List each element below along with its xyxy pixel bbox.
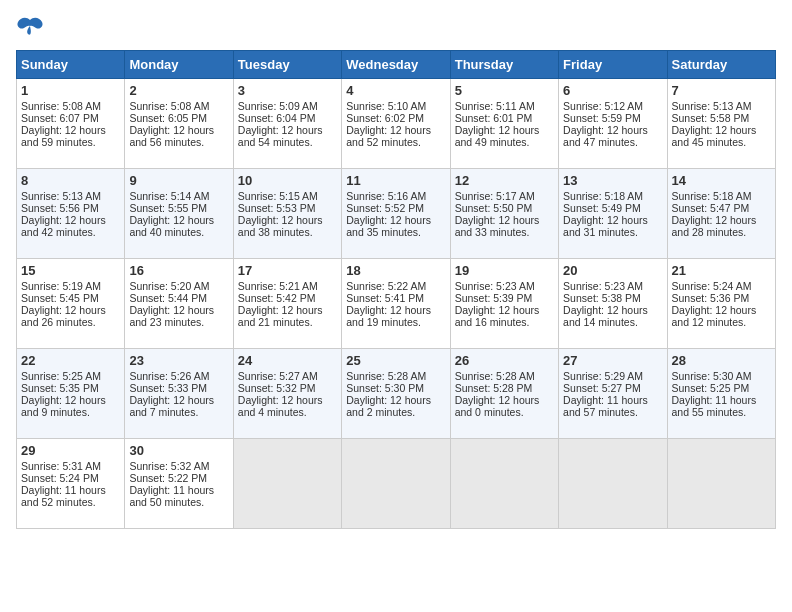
- cell-text: Sunrise: 5:15 AM: [238, 190, 337, 202]
- cell-text: Sunrise: 5:25 AM: [21, 370, 120, 382]
- calendar-cell: 12Sunrise: 5:17 AMSunset: 5:50 PMDayligh…: [450, 169, 558, 259]
- day-number: 1: [21, 83, 120, 98]
- cell-text: Sunset: 5:22 PM: [129, 472, 228, 484]
- cell-text: Sunset: 5:42 PM: [238, 292, 337, 304]
- day-number: 18: [346, 263, 445, 278]
- calendar-cell: 19Sunrise: 5:23 AMSunset: 5:39 PMDayligh…: [450, 259, 558, 349]
- day-number: 30: [129, 443, 228, 458]
- cell-text: Sunrise: 5:30 AM: [672, 370, 771, 382]
- cell-text: Daylight: 11 hours: [129, 484, 228, 496]
- cell-text: Sunset: 5:56 PM: [21, 202, 120, 214]
- cell-text: Sunrise: 5:08 AM: [21, 100, 120, 112]
- day-number: 16: [129, 263, 228, 278]
- cell-text: Daylight: 12 hours: [21, 304, 120, 316]
- cell-text: Sunset: 5:28 PM: [455, 382, 554, 394]
- cell-text: Sunrise: 5:12 AM: [563, 100, 662, 112]
- cell-text: Daylight: 12 hours: [672, 304, 771, 316]
- cell-text: Sunset: 5:35 PM: [21, 382, 120, 394]
- cell-text: Sunset: 5:55 PM: [129, 202, 228, 214]
- cell-text: Sunrise: 5:09 AM: [238, 100, 337, 112]
- cell-text: Sunrise: 5:17 AM: [455, 190, 554, 202]
- day-number: 11: [346, 173, 445, 188]
- day-number: 17: [238, 263, 337, 278]
- cell-text: Sunrise: 5:20 AM: [129, 280, 228, 292]
- weekday-header-sunday: Sunday: [17, 51, 125, 79]
- weekday-header-saturday: Saturday: [667, 51, 775, 79]
- day-number: 26: [455, 353, 554, 368]
- calendar-cell: 20Sunrise: 5:23 AMSunset: 5:38 PMDayligh…: [559, 259, 667, 349]
- cell-text: Sunset: 5:50 PM: [455, 202, 554, 214]
- cell-text: Daylight: 12 hours: [129, 124, 228, 136]
- calendar-cell: 9Sunrise: 5:14 AMSunset: 5:55 PMDaylight…: [125, 169, 233, 259]
- header: [16, 16, 776, 38]
- cell-text: Sunrise: 5:27 AM: [238, 370, 337, 382]
- cell-text: Daylight: 12 hours: [346, 304, 445, 316]
- cell-text: Sunset: 5:38 PM: [563, 292, 662, 304]
- cell-text: Sunset: 5:33 PM: [129, 382, 228, 394]
- day-number: 27: [563, 353, 662, 368]
- cell-text: and 12 minutes.: [672, 316, 771, 328]
- cell-text: and 38 minutes.: [238, 226, 337, 238]
- cell-text: and 42 minutes.: [21, 226, 120, 238]
- day-number: 2: [129, 83, 228, 98]
- calendar-cell: 25Sunrise: 5:28 AMSunset: 5:30 PMDayligh…: [342, 349, 450, 439]
- cell-text: Daylight: 12 hours: [21, 124, 120, 136]
- calendar-table: SundayMondayTuesdayWednesdayThursdayFrid…: [16, 50, 776, 529]
- calendar-cell: 23Sunrise: 5:26 AMSunset: 5:33 PMDayligh…: [125, 349, 233, 439]
- cell-text: Sunset: 5:32 PM: [238, 382, 337, 394]
- cell-text: Sunrise: 5:16 AM: [346, 190, 445, 202]
- day-number: 29: [21, 443, 120, 458]
- cell-text: Daylight: 11 hours: [563, 394, 662, 406]
- day-number: 23: [129, 353, 228, 368]
- calendar-cell: 27Sunrise: 5:29 AMSunset: 5:27 PMDayligh…: [559, 349, 667, 439]
- cell-text: Sunset: 5:24 PM: [21, 472, 120, 484]
- cell-text: Daylight: 12 hours: [563, 304, 662, 316]
- cell-text: Daylight: 12 hours: [129, 394, 228, 406]
- cell-text: Sunset: 6:02 PM: [346, 112, 445, 124]
- cell-text: Sunset: 5:25 PM: [672, 382, 771, 394]
- cell-text: Daylight: 12 hours: [563, 214, 662, 226]
- calendar-cell: 28Sunrise: 5:30 AMSunset: 5:25 PMDayligh…: [667, 349, 775, 439]
- cell-text: Daylight: 12 hours: [129, 214, 228, 226]
- cell-text: Sunset: 5:36 PM: [672, 292, 771, 304]
- weekday-header-friday: Friday: [559, 51, 667, 79]
- cell-text: Daylight: 12 hours: [238, 124, 337, 136]
- cell-text: Daylight: 12 hours: [672, 214, 771, 226]
- day-number: 7: [672, 83, 771, 98]
- cell-text: Sunrise: 5:08 AM: [129, 100, 228, 112]
- cell-text: Sunrise: 5:11 AM: [455, 100, 554, 112]
- cell-text: Sunrise: 5:32 AM: [129, 460, 228, 472]
- cell-text: and 16 minutes.: [455, 316, 554, 328]
- calendar-cell: 10Sunrise: 5:15 AMSunset: 5:53 PMDayligh…: [233, 169, 341, 259]
- cell-text: Sunrise: 5:13 AM: [672, 100, 771, 112]
- cell-text: Sunset: 5:45 PM: [21, 292, 120, 304]
- cell-text: Sunrise: 5:31 AM: [21, 460, 120, 472]
- cell-text: and 4 minutes.: [238, 406, 337, 418]
- day-number: 21: [672, 263, 771, 278]
- day-number: 13: [563, 173, 662, 188]
- cell-text: Sunset: 5:39 PM: [455, 292, 554, 304]
- cell-text: and 52 minutes.: [346, 136, 445, 148]
- cell-text: and 47 minutes.: [563, 136, 662, 148]
- day-number: 8: [21, 173, 120, 188]
- cell-text: Sunrise: 5:23 AM: [455, 280, 554, 292]
- day-number: 5: [455, 83, 554, 98]
- cell-text: Sunrise: 5:13 AM: [21, 190, 120, 202]
- calendar-cell: [450, 439, 558, 529]
- calendar-cell: 6Sunrise: 5:12 AMSunset: 5:59 PMDaylight…: [559, 79, 667, 169]
- day-number: 10: [238, 173, 337, 188]
- cell-text: Sunset: 5:53 PM: [238, 202, 337, 214]
- calendar-cell: 26Sunrise: 5:28 AMSunset: 5:28 PMDayligh…: [450, 349, 558, 439]
- cell-text: Daylight: 11 hours: [672, 394, 771, 406]
- cell-text: Daylight: 12 hours: [346, 214, 445, 226]
- calendar-cell: [233, 439, 341, 529]
- cell-text: and 2 minutes.: [346, 406, 445, 418]
- cell-text: and 9 minutes.: [21, 406, 120, 418]
- weekday-header-wednesday: Wednesday: [342, 51, 450, 79]
- calendar-cell: 30Sunrise: 5:32 AMSunset: 5:22 PMDayligh…: [125, 439, 233, 529]
- cell-text: Sunset: 5:58 PM: [672, 112, 771, 124]
- calendar-cell: 16Sunrise: 5:20 AMSunset: 5:44 PMDayligh…: [125, 259, 233, 349]
- cell-text: Daylight: 12 hours: [455, 304, 554, 316]
- cell-text: Sunset: 6:07 PM: [21, 112, 120, 124]
- cell-text: Sunset: 5:41 PM: [346, 292, 445, 304]
